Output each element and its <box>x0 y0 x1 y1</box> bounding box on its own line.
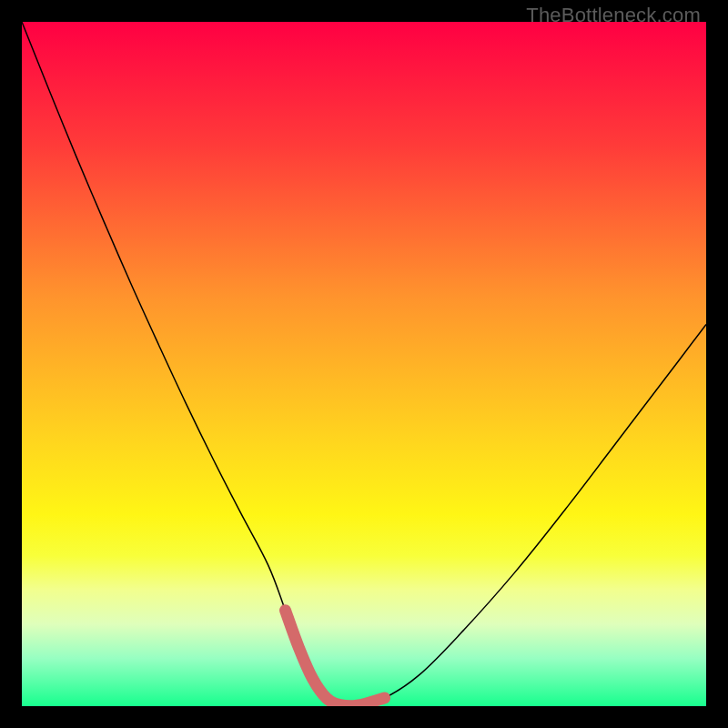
plot-area <box>22 22 706 706</box>
series-optimal-band <box>286 611 385 706</box>
chart-frame: TheBottleneck.com <box>0 0 728 728</box>
series-bottleneck-curve <box>22 22 706 706</box>
curve-layer <box>22 22 706 706</box>
watermark-text: TheBottleneck.com <box>526 4 701 27</box>
